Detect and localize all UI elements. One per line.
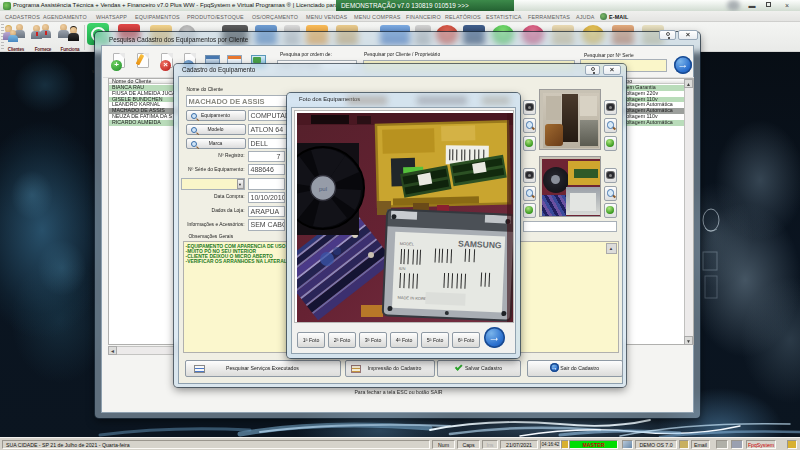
- svg-text:MODEL: MODEL: [399, 240, 414, 246]
- svg-text:S/N: S/N: [398, 265, 405, 270]
- svg-text:SAMSUNG: SAMSUNG: [457, 238, 501, 250]
- svg-text:pul: pul: [318, 186, 326, 192]
